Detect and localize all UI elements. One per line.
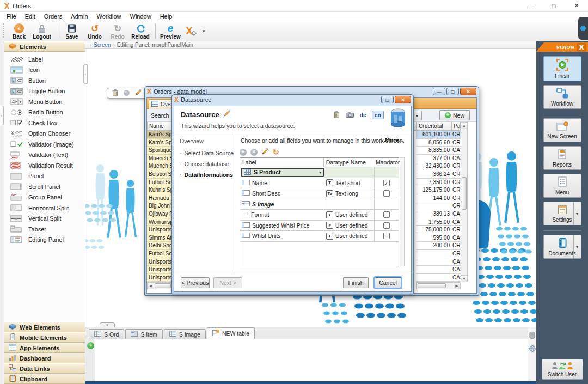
section-app-elements[interactable]: App Elements xyxy=(4,343,85,353)
collapse-left-icon[interactable]: ‹ xyxy=(0,106,4,125)
palette-item-button[interactable]: Button xyxy=(4,75,85,86)
mandatory-checkbox[interactable]: ✓ xyxy=(383,180,390,186)
breadcrumb-screen[interactable]: Screen xyxy=(94,42,111,48)
name-cell[interactable]: Hamada Sp xyxy=(147,194,174,203)
order-row[interactable]: 389.13 CAS xyxy=(416,210,461,218)
lang-en-button[interactable]: en xyxy=(372,111,384,119)
name-cell[interactable]: Delhi Sport xyxy=(147,242,174,250)
name-cell[interactable]: Womanspo xyxy=(147,218,174,227)
name-cell[interactable]: Kuhn's Spo xyxy=(147,186,174,194)
order-row[interactable]: 8,056.60 CRE xyxy=(416,139,461,147)
field-row[interactable]: └Format TUser defined xyxy=(240,210,399,221)
mandatory-checkbox[interactable] xyxy=(383,211,390,218)
palette-item-horizontal-split[interactable]: Horizontal Split xyxy=(4,203,85,214)
tab-s-ord[interactable]: S Ord xyxy=(89,329,124,339)
tab-s-image[interactable]: S Image xyxy=(164,329,206,339)
wizard-step-select-data-source[interactable]: ·Select Data Source xyxy=(180,150,234,156)
maximize-button[interactable]: □ xyxy=(542,0,565,11)
vertical-scrollbar[interactable]: ▲ ▼ xyxy=(461,122,468,282)
name-cell[interactable]: Unisports xyxy=(147,266,174,274)
order-row[interactable]: 377.00 CAS xyxy=(416,155,461,163)
field-row[interactable]: Name TText short ✓ xyxy=(240,178,399,189)
order-row[interactable]: 32,430.00 CRE xyxy=(416,162,461,170)
order-row[interactable]: CRE xyxy=(416,202,461,210)
name-cell[interactable]: Unisports xyxy=(147,258,174,266)
trash-icon[interactable] xyxy=(112,89,119,97)
orders-hscrollbar[interactable]: ▶ xyxy=(416,282,461,289)
palette-item-validator-text-[interactable]: Validator (Text) xyxy=(4,150,85,161)
palette-item-tabset[interactable]: Tabset xyxy=(4,224,85,235)
workflow-button[interactable]: Workflow xyxy=(543,85,581,109)
palette-item-vertical-split[interactable]: Vertical Split xyxy=(4,214,85,224)
palette-item-validator-image-[interactable]: Validator (Image) xyxy=(4,139,85,150)
order-row[interactable]: 601,100.00 CRE xyxy=(416,131,461,139)
settings-button[interactable]: Settings ▾ xyxy=(543,202,581,225)
name-cell[interactable]: Beisbol Si! xyxy=(147,170,174,179)
palette-item-option-chooser[interactable]: Option Chooser xyxy=(4,129,85,139)
column-header-name[interactable]: Name xyxy=(147,122,174,131)
tab-s-item[interactable]: S Item xyxy=(125,329,162,339)
menu-window[interactable]: Window xyxy=(126,13,156,20)
wizard-step-data-informations[interactable]: ·Data/Informations xyxy=(180,172,234,178)
camera-icon[interactable] xyxy=(346,112,354,119)
preview-button[interactable]: e Preview xyxy=(159,21,182,41)
wizard-step-choose-database[interactable]: ·Choose database xyxy=(180,161,234,167)
lang-de-button[interactable]: de xyxy=(359,112,366,118)
menu-workflow[interactable]: Workflow xyxy=(93,13,126,20)
remove-field-icon[interactable]: × xyxy=(250,149,258,156)
database-small-icon[interactable] xyxy=(529,332,535,340)
pencil-icon[interactable] xyxy=(261,148,269,156)
mandatory-checkbox[interactable] xyxy=(383,233,390,239)
previous-button[interactable]: < Previous xyxy=(181,277,210,288)
visionx-menu-button[interactable]: X xyxy=(182,21,200,41)
order-row[interactable]: CAS xyxy=(416,274,461,282)
field-row[interactable]: Suggested Whlsl Price #User defined xyxy=(240,221,399,231)
name-cell[interactable]: Big John's xyxy=(147,202,174,210)
name-cell[interactable]: Futbol Son xyxy=(147,179,174,187)
new-screen-button[interactable]: New Screen xyxy=(543,118,581,142)
visionx-float-handle[interactable] xyxy=(578,17,588,40)
name-cell[interactable]: Muench Sp xyxy=(147,162,174,170)
name-cell[interactable]: Sportique xyxy=(147,147,174,155)
collapse-sidebar-icon[interactable]: ‹ xyxy=(83,64,88,84)
redo-button[interactable]: ↻ Redo xyxy=(106,21,129,41)
collapse-panel-icon[interactable]: ▼ xyxy=(100,322,115,327)
name-cell[interactable]: Kam's Spor xyxy=(147,131,174,139)
add-field-icon[interactable]: + xyxy=(240,149,247,156)
scroll-up-icon[interactable]: ▲ xyxy=(461,123,467,129)
save-button[interactable]: Save xyxy=(60,21,83,41)
reload-button[interactable]: Reload xyxy=(129,21,152,41)
palette-item-label[interactable]: Label xyxy=(4,54,85,65)
field-row[interactable]: Whlsl Units TUser defined xyxy=(240,231,399,242)
scroll-right-icon[interactable]: ▶ xyxy=(454,283,460,289)
restore-button[interactable]: ▢ xyxy=(381,96,394,103)
menu-button[interactable]: Menu xyxy=(543,174,581,198)
table-selector-combobox[interactable]: S Product▾ xyxy=(241,168,324,177)
new-record-button[interactable]: + New xyxy=(439,110,470,120)
chevron-down-icon[interactable]: ▾ xyxy=(573,202,581,225)
finish-button[interactable]: Finish xyxy=(343,277,369,288)
menu-help[interactable]: Help xyxy=(156,13,177,20)
minimize-button[interactable]: — xyxy=(433,88,445,95)
palette-item-scroll-panel[interactable]: Scroll Panel xyxy=(4,181,85,192)
scroll-down-icon[interactable]: ▼ xyxy=(461,275,467,282)
order-row[interactable]: 595.00 CAS xyxy=(416,234,461,242)
next-button[interactable]: Next > xyxy=(213,277,242,288)
add-column-icon[interactable]: + xyxy=(87,342,94,349)
column-header-ordertotal[interactable]: Ordertotal xyxy=(416,122,451,131)
menu-admin[interactable]: Admin xyxy=(66,13,92,20)
menu-orders[interactable]: Orders xyxy=(40,13,67,20)
order-row[interactable]: 200.00 CRE xyxy=(416,242,461,250)
name-cell[interactable]: Unisports xyxy=(147,274,174,282)
palette-item-group-panel[interactable]: Group Panel xyxy=(4,192,85,203)
minimize-button[interactable]: – xyxy=(519,0,542,11)
finish-button[interactable]: Finish xyxy=(543,56,581,81)
name-cell[interactable]: Muench Sp xyxy=(147,155,174,163)
toolbar-grip[interactable] xyxy=(3,23,4,39)
chevron-down-icon[interactable]: ▾ xyxy=(203,28,205,34)
order-row[interactable]: 144.00 CRE xyxy=(416,194,461,203)
name-cell[interactable]: Ojibway Re xyxy=(147,210,174,218)
order-row[interactable]: CAS xyxy=(416,266,461,274)
section-web-elements[interactable]: Web Elements xyxy=(4,322,85,332)
name-cell[interactable]: Kam's Spor xyxy=(147,139,174,147)
